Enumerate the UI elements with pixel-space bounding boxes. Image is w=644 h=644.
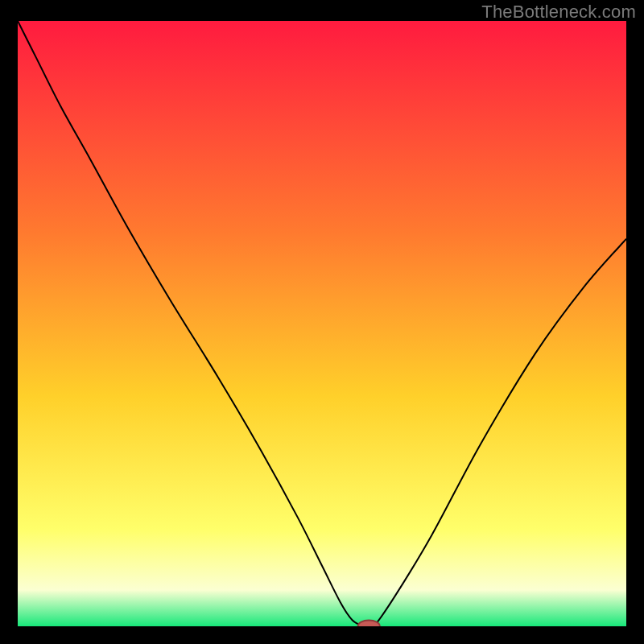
chart-plot-area xyxy=(18,21,626,626)
watermark-label: TheBottleneck.com xyxy=(481,2,636,23)
chart-frame: TheBottleneck.com xyxy=(0,0,644,644)
gradient-background xyxy=(18,21,626,626)
optimal-point-marker xyxy=(358,620,380,626)
chart-svg xyxy=(18,21,626,626)
